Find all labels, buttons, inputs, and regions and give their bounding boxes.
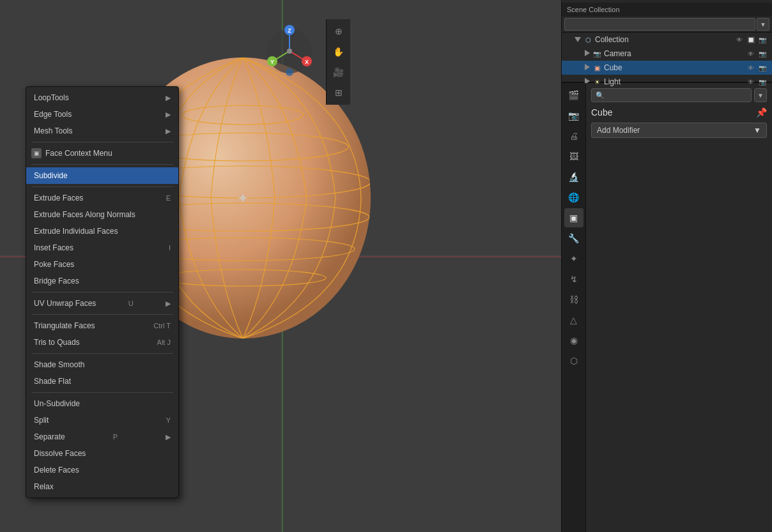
menu-item-bridge-faces[interactable]: Bridge Faces [26,273,178,289]
svg-point-31 [286,68,293,76]
submenu-arrow-edge-tools: ▶ [166,110,171,119]
outliner-search-row: ▼ [562,17,772,33]
hand-icon[interactable]: ✋ [329,42,348,61]
menu-item-uv-unwrap[interactable]: UV Unwrap Faces U ▶ [26,295,178,312]
cube-label: Cube [604,63,622,72]
menu-item-delete-faces[interactable]: Delete Faces [26,462,178,478]
shortcut-inset: I [169,244,171,252]
menu-item-tris-to-quads[interactable]: Tris to Quads Alt J [26,334,178,351]
prop-icon-world[interactable]: 🌐 [564,188,583,207]
shortcut-tris-quads: Alt J [157,338,171,346]
menu-item-mesh-tools[interactable]: Mesh Tools ▶ [26,123,178,139]
separator-3 [31,186,173,187]
properties-icons-sidebar: 🎬 📷 🖨 🖼 🔬 🌐 ▣ 🔧 ✦ ↯ ⛓ △ ◉ ⬡ [562,83,586,532]
svg-text:X: X [305,59,309,65]
menu-item-subdivide[interactable]: Subdivide [26,167,178,184]
menu-item-triangulate[interactable]: Triangulate Faces Ctrl T [26,317,178,334]
collection-render-icon[interactable]: 🔲 [746,35,755,44]
prop-icon-scene-props[interactable]: 🔬 [564,167,583,186]
menu-item-dissolve-faces[interactable]: Dissolve Faces [26,445,178,462]
menu-item-un-subdivide[interactable]: Un-Subdivide [26,395,178,412]
properties-filter-button[interactable]: ▼ [754,88,767,102]
svg-point-30 [287,49,292,54]
outliner-item-cube[interactable]: ▣ Cube 👁 📷 [562,61,772,75]
prop-icon-particles[interactable]: ✦ [564,249,583,268]
separator-5 [31,314,173,315]
collection-actions: 👁 🔲 📷 [735,35,767,44]
viewport-tools: ⊕ ✋ 🎥 ⊞ [326,19,350,105]
cube-render-icon[interactable]: 📷 [758,63,767,72]
menu-item-shade-smooth[interactable]: Shade Smooth [26,356,178,373]
collection-label: Collection [595,35,629,44]
face-context-menu-header: ▣ Face Context Menu [26,145,178,162]
properties-search-input[interactable] [591,88,752,102]
submenu-arrow-separate: ▶ [166,433,171,441]
cube-icon: ▣ [592,63,601,72]
submenu-arrow-uv: ▶ [166,300,171,308]
svg-text:Y: Y [270,59,274,65]
prop-icon-scene[interactable]: 🎬 [564,86,583,105]
separator-1 [31,142,173,142]
prop-icon-modifier[interactable]: 🔧 [564,229,583,248]
properties-search-bar: ▼ [591,88,767,102]
menu-item-inset-faces[interactable]: Inset Faces I [26,239,178,256]
context-menu: LoopTools ▶ Edge Tools ▶ Mesh Tools ▶ ▣ … [26,86,179,498]
add-modifier-button[interactable]: Add Modifier ▼ [591,123,767,138]
prop-icon-output[interactable]: 🖨 [564,126,583,146]
menu-item-edge-tools[interactable]: Edge Tools ▶ [26,106,178,123]
shortcut-uv: U [128,300,134,307]
menu-item-extrude-along-normals[interactable]: Extrude Faces Along Normals [26,206,178,223]
shortcut-split: Y [166,416,171,424]
prop-icon-material[interactable]: ◉ [564,331,583,350]
prop-icon-object-data[interactable]: △ [564,310,583,330]
submenu-arrow-looptools: ▶ [166,94,171,102]
camera-visibility-icon[interactable]: 👁 [746,49,755,58]
collection-expand-icon [575,35,581,44]
prop-icon-render[interactable]: 📷 [564,106,583,125]
cursor-icon[interactable]: ⊕ [329,22,348,41]
prop-icon-constraints[interactable]: ⛓ [564,290,583,309]
outliner-search-input[interactable] [564,18,755,31]
collection-visibility-icon[interactable]: 👁 [735,35,744,44]
menu-item-extrude-faces[interactable]: Extrude Faces E [26,190,178,206]
face-icon: ▣ [31,148,42,158]
outliner-header: Scene Collection [562,3,772,17]
grid-icon[interactable]: ⊞ [329,83,348,102]
prop-icon-physics[interactable]: ↯ [564,270,583,289]
camera-label: Camera [604,49,631,58]
separator-2 [31,164,173,165]
outliner-item-camera[interactable]: 📷 Camera 👁 📷 [562,47,772,61]
menu-item-separate[interactable]: Separate P ▶ [26,429,178,445]
properties-content: ▼ Cube 📌 Add Modifier ▼ [586,83,772,532]
camera-render-icon[interactable]: 📷 [758,49,767,58]
navigation-gizmo[interactable]: Z X Y [264,22,315,73]
camera-icon[interactable]: 🎥 [329,63,348,82]
shortcut-separate: P [113,433,118,441]
collection-camera-icon[interactable]: 📷 [758,35,767,44]
camera-expand-icon [585,49,590,58]
cube-expand-icon [585,63,590,72]
cube-actions: 👁 📷 [746,63,767,72]
outliner-item-collection[interactable]: ⬡ Collection 👁 🔲 📷 [562,33,772,47]
separator-4 [31,292,173,293]
menu-item-shade-flat[interactable]: Shade Flat [26,373,178,390]
shortcut-triangulate: Ctrl T [153,322,171,330]
outliner: Scene Collection ▼ ⬡ Collection 👁 🔲 📷 📷 … [562,0,772,83]
menu-item-poke-faces[interactable]: Poke Faces [26,256,178,273]
camera-icon: 📷 [592,49,601,58]
outliner-filter-button[interactable]: ▼ [757,18,769,31]
separator-6 [31,353,173,354]
menu-item-extrude-individual[interactable]: Extrude Individual Faces [26,223,178,239]
prop-icon-object[interactable]: ▣ [564,208,583,227]
menu-item-relax[interactable]: Relax [26,478,178,495]
menu-item-looptools[interactable]: LoopTools ▶ [26,89,178,106]
add-modifier-chevron-icon: ▼ [753,126,761,135]
cube-visibility-icon[interactable]: 👁 [746,63,755,72]
menu-item-split[interactable]: Split Y [26,412,178,429]
properties-pin-icon[interactable]: 📌 [756,107,767,118]
shortcut-extrude-faces: E [166,194,171,202]
submenu-arrow-mesh-tools: ▶ [166,127,171,135]
prop-icon-viewlayer[interactable]: 🖼 [564,147,583,166]
prop-icon-shader[interactable]: ⬡ [564,351,583,370]
outliner-title: Scene Collection [567,6,620,13]
